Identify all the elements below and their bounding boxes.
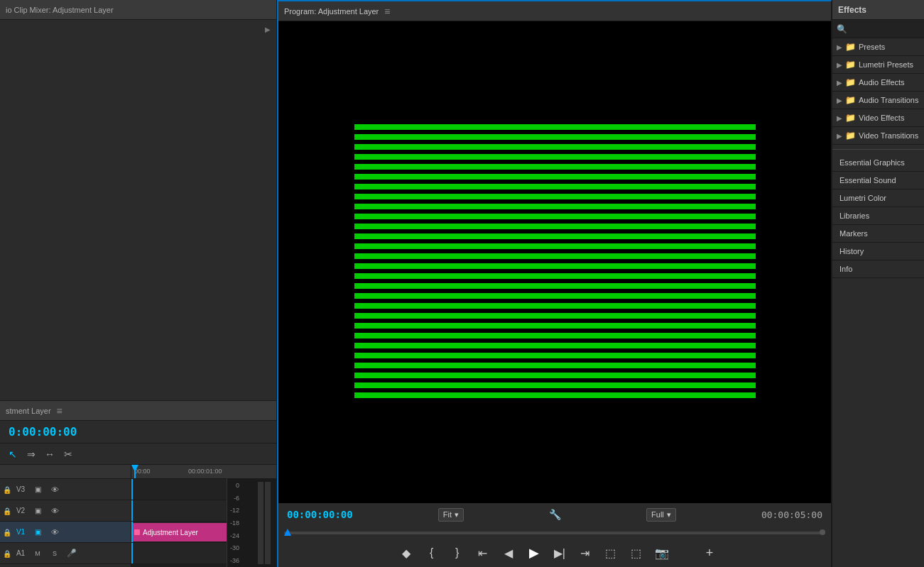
export-frame-btn[interactable]: 📷	[652, 543, 672, 563]
tool-track-select[interactable]: ⇒	[24, 447, 38, 461]
effects-category-video-effects[interactable]: ▶ 📁 Video Effects	[832, 109, 924, 127]
effects-category-presets[interactable]: ▶ 📁 Presets	[832, 38, 924, 56]
quality-label: Full	[651, 510, 664, 519]
play-btn[interactable]: ▶	[524, 543, 544, 563]
track-label-a1: A1	[13, 549, 28, 557]
clip-label: Adjustment Layer	[143, 529, 198, 536]
track-header-v2: 🔒 V2 ▣ 👁	[0, 500, 131, 522]
libraries-link[interactable]: Libraries	[832, 207, 924, 225]
track-target-v2[interactable]: ▣	[31, 504, 45, 518]
video-preview	[354, 124, 756, 401]
meter-display: 0 -6 -12 -18 -24 -30 -36	[227, 479, 276, 567]
fit-dropdown[interactable]: Fit ▾	[438, 508, 464, 522]
insert-btn[interactable]: ⬚	[601, 543, 621, 563]
track-eye-v2[interactable]: 👁	[48, 504, 62, 518]
track-content: 00:00 00:00:01:00 00:00:02:00 00:00:03:0…	[131, 465, 227, 567]
timeline-header: stment Layer ≡	[0, 401, 276, 421]
tool-ripple[interactable]: ↔	[43, 447, 57, 461]
step-back-btn[interactable]: ◀	[499, 543, 518, 563]
meter-label-6: -6	[230, 495, 242, 502]
audio-transitions-label: Audio Transitions	[859, 96, 920, 104]
track-ruler-spacer	[0, 465, 131, 479]
track-header-a1: 🔒 A1 M S 🎤	[0, 543, 131, 564]
effects-panel-header: Effects	[832, 0, 924, 20]
monitor-menu-icon[interactable]: ≡	[384, 6, 390, 17]
progress-track[interactable]	[284, 532, 825, 534]
effects-category-lumetri-presets[interactable]: ▶ 📁 Lumetri Presets	[832, 56, 924, 74]
effects-category-video-transitions[interactable]: ▶ 📁 Video Transitions	[832, 127, 924, 145]
video-transitions-folder-icon: 📁	[845, 131, 856, 141]
track-header-v1: 🔒 V1 ▣ 👁	[0, 522, 131, 543]
lumetri-presets-folder-icon: 📁	[845, 60, 856, 70]
go-to-in-btn[interactable]: ⇤	[473, 543, 493, 563]
timeline-menu-icon[interactable]: ≡	[57, 405, 62, 417]
audio-effects-chevron-icon: ▶	[837, 79, 842, 87]
playhead-a1	[131, 543, 133, 563]
meter-label-36: -36	[230, 557, 242, 564]
lumetri-presets-label: Lumetri Presets	[859, 60, 920, 69]
out-point-btn[interactable]: }	[447, 543, 467, 563]
timeline-timecode: 0:00:00:00	[3, 422, 82, 441]
video-transitions-label: Video Transitions	[859, 131, 920, 140]
transport-add-btn[interactable]: +	[706, 546, 714, 561]
effects-panel-title: Effects	[838, 5, 866, 15]
track-eye-v1[interactable]: 👁	[48, 525, 62, 539]
timecode-row: 00:00:00:00 Fit ▾ 🔧 Full ▾ 00:00:05:00	[278, 503, 831, 526]
effects-search-input[interactable]	[850, 25, 914, 33]
tool-select[interactable]: ↖	[6, 447, 20, 461]
ruler-mark-0: 00:00	[134, 468, 151, 475]
timeline-title: stment Layer	[6, 407, 51, 415]
step-forward-btn[interactable]: ▶|	[550, 543, 570, 563]
wrench-icon[interactable]: 🔧	[549, 509, 561, 520]
track-target-v1[interactable]: ▣	[31, 525, 45, 539]
adjustment-layer-clip[interactable]: Adjustment Layer	[131, 523, 227, 541]
track-mute-a1[interactable]: M	[31, 546, 45, 561]
track-mic-a1[interactable]: 🎤	[65, 546, 79, 561]
effects-divider	[832, 149, 924, 150]
track-lane-v3	[131, 479, 227, 500]
track-target-v3[interactable]: ▣	[31, 483, 45, 497]
lumetri-color-link[interactable]: Lumetri Color	[832, 189, 924, 207]
meter-label-18: -18	[230, 519, 242, 527]
progress-bar-row[interactable]	[278, 526, 831, 540]
playhead-v2	[131, 500, 133, 521]
track-eye-v3[interactable]: 👁	[48, 483, 62, 497]
add-marker-btn[interactable]: ◆	[396, 543, 416, 563]
effects-search-bar[interactable]: 🔍	[832, 20, 924, 38]
track-solo-a1[interactable]: S	[48, 546, 62, 561]
essential-sound-link[interactable]: Essential Sound	[832, 172, 924, 189]
essential-graphics-link[interactable]: Essential Graphics	[832, 154, 924, 172]
effects-categories-list: ▶ 📁 Presets ▶ 📁 Lumetri Presets ▶ 📁 Audi…	[832, 38, 924, 567]
in-point-btn[interactable]: {	[422, 543, 442, 563]
tool-razor[interactable]: ✂	[61, 447, 75, 461]
info-link[interactable]: Info	[832, 260, 924, 278]
collapse-arrow-icon[interactable]: ▶	[265, 26, 271, 33]
effects-category-audio-transitions[interactable]: ▶ 📁 Audio Transitions	[832, 92, 924, 109]
markers-link[interactable]: Markers	[832, 225, 924, 243]
presets-label: Presets	[859, 43, 920, 51]
track-label-v3: V3	[13, 485, 28, 493]
timeline-tools: ↖ ⇒ ↔ ✂	[0, 444, 276, 465]
meter-label-24: -24	[230, 532, 242, 539]
effects-category-audio-effects[interactable]: ▶ 📁 Audio Effects	[832, 74, 924, 92]
track-lock-v2[interactable]: 🔒	[3, 507, 11, 515]
monitor-title: Program: Adjustment Layer	[284, 7, 379, 16]
fit-label: Fit	[443, 510, 452, 519]
monitor-header: Program: Adjustment Layer ≡	[278, 1, 831, 21]
track-lock-v1[interactable]: 🔒	[3, 528, 11, 536]
timeline-ruler: 00:00 00:00:01:00 00:00:02:00 00:00:03:0…	[131, 465, 227, 479]
monitor-viewport[interactable]	[278, 21, 831, 503]
track-lock-a1[interactable]: 🔒	[3, 549, 11, 558]
overwrite-btn[interactable]: ⬚	[626, 543, 646, 563]
progress-playhead-marker[interactable]	[284, 529, 291, 536]
fit-chevron-icon: ▾	[455, 510, 459, 519]
go-to-out-btn[interactable]: ⇥	[575, 543, 595, 563]
quality-dropdown[interactable]: Full ▾	[646, 508, 676, 522]
audio-effects-label: Audio Effects	[859, 78, 920, 87]
track-area: 🔒 V3 ▣ 👁 🔒 V2 ▣ 👁 🔒 V	[0, 465, 276, 567]
ruler-mark-1: 00:00:01:00	[188, 468, 222, 475]
history-link[interactable]: History	[832, 243, 924, 260]
track-lane-v1[interactable]: Adjustment Layer	[131, 522, 227, 543]
monitor-timecode-start[interactable]: 00:00:00:00	[287, 509, 353, 520]
track-lock-v3[interactable]: 🔒	[3, 485, 11, 494]
